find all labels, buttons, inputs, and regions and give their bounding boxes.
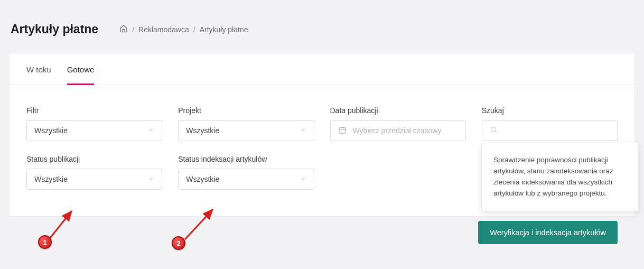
select-filtr-value: Wszystkie	[34, 126, 68, 135]
select-status-publikacji[interactable]: Wszystkie	[26, 169, 162, 190]
calendar-icon	[338, 126, 347, 136]
svg-line-5	[495, 131, 497, 133]
chevron-down-icon	[148, 175, 154, 183]
select-status-indeksacji-value: Wszystkie	[186, 175, 219, 183]
field-filtr: Filtr Wszystkie	[26, 106, 162, 141]
breadcrumb-sep: /	[132, 25, 134, 34]
search-icon	[490, 126, 498, 135]
chevron-down-icon	[148, 126, 154, 135]
field-status-indeksacji: Status indeksacji artykułów Wszystkie	[178, 155, 314, 190]
select-projekt-value: Wszystkie	[186, 126, 219, 135]
label-status-indeksacji: Status indeksacji artykułów	[178, 155, 314, 163]
select-filtr[interactable]: Wszystkie	[26, 120, 162, 141]
annotation-marker-1: 1	[38, 235, 52, 249]
field-szukaj: Szukaj	[482, 106, 618, 141]
field-data-publikacji: Data publikacji Wybierz przedział czasow…	[330, 106, 466, 141]
tabs: W toku Gotowe	[10, 53, 634, 85]
page-title: Artykuły płatne	[11, 22, 98, 36]
field-status-publikacji: Status publikacji Wszystkie	[26, 155, 162, 190]
svg-rect-0	[339, 127, 346, 133]
select-projekt[interactable]: Wszystkie	[178, 120, 314, 141]
select-status-indeksacji[interactable]: Wszystkie	[178, 169, 314, 190]
field-projekt: Projekt Wszystkie	[178, 106, 314, 141]
label-projekt: Projekt	[178, 106, 314, 115]
tooltip-verify: Sprawdzenie poprawności publikacji artyk…	[481, 143, 639, 211]
select-status-publikacji-value: Wszystkie	[34, 175, 68, 183]
home-icon[interactable]	[119, 24, 128, 34]
svg-point-4	[491, 127, 496, 132]
input-szukaj[interactable]	[482, 120, 618, 141]
verify-indexation-button[interactable]: Weryfikacja i indeksacja artykułów	[478, 221, 618, 244]
label-status-publikacji: Status publikacji	[26, 155, 162, 163]
tab-gotowe[interactable]: Gotowe	[67, 53, 95, 85]
breadcrumb-sep: /	[193, 25, 195, 34]
breadcrumb: / Reklamodawca / Artykuły płatne	[119, 24, 248, 34]
date-placeholder: Wybierz przedział czasowy	[353, 126, 442, 135]
input-data-publikacji[interactable]: Wybierz przedział czasowy	[330, 120, 466, 141]
label-szukaj: Szukaj	[482, 106, 618, 115]
label-filtr: Filtr	[26, 106, 162, 115]
chevron-down-icon	[300, 175, 306, 183]
tab-w-toku[interactable]: W toku	[26, 53, 51, 85]
annotation-marker-2: 2	[172, 236, 185, 250]
chevron-down-icon	[300, 126, 306, 135]
page-header: Artykuły płatne / Reklamodawca / Artykuł…	[0, 0, 644, 53]
breadcrumb-reklamodawca[interactable]: Reklamodawca	[138, 25, 189, 34]
label-data-publikacji: Data publikacji	[330, 106, 466, 115]
breadcrumb-artykuly-platne: Artykuły płatne	[200, 25, 248, 34]
